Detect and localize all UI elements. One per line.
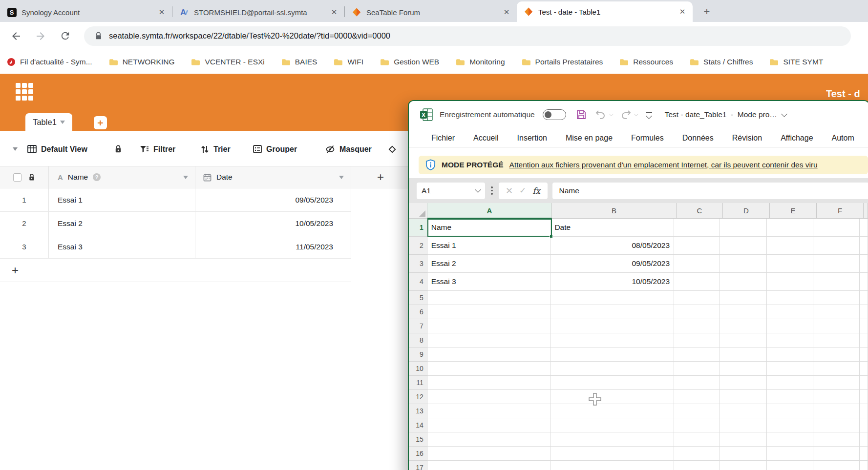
row-color-button[interactable] (388, 138, 397, 160)
cell-C2[interactable] (674, 237, 720, 255)
table-row[interactable]: 1Essai 109/05/2023 (0, 188, 351, 212)
ribbon-tab-accueil[interactable]: Accueil (473, 134, 499, 143)
cell-B16[interactable] (550, 447, 674, 461)
cell-A15[interactable] (427, 432, 551, 447)
row-header-2[interactable]: 2 (409, 237, 427, 255)
bookmark-item[interactable]: WIFI (334, 58, 363, 66)
cell-C7[interactable] (674, 319, 720, 333)
cell-E11[interactable] (767, 376, 813, 390)
bookmark-item[interactable]: Monitoring (456, 58, 505, 66)
cell-D12[interactable] (720, 390, 766, 404)
row-number[interactable]: 3 (0, 235, 49, 258)
column-header-B[interactable]: B (552, 203, 677, 219)
cell-A3[interactable]: Essai 2 (427, 255, 551, 273)
save-icon[interactable] (576, 109, 587, 120)
cell-D10[interactable] (720, 362, 766, 376)
bookmark-item[interactable]: Ressources (619, 58, 673, 66)
column-header-D[interactable]: D (723, 203, 770, 219)
cell-F3[interactable] (813, 255, 860, 273)
cell-B7[interactable] (550, 319, 674, 333)
cell-B3[interactable]: 09/05/2023 (550, 255, 674, 273)
bookmark-item[interactable]: Stats / Chiffres (690, 58, 753, 66)
quick-access-customize-icon[interactable] (646, 112, 652, 118)
cell-B4[interactable]: 10/05/2023 (550, 273, 674, 291)
ribbon-tab-fichier[interactable]: Fichier (431, 134, 455, 143)
column-header-F[interactable]: F (817, 203, 864, 219)
cell-E14[interactable] (767, 418, 813, 432)
cell-B5[interactable] (550, 291, 674, 305)
cell-E10[interactable] (767, 362, 813, 376)
row-header-13[interactable]: 13 (409, 404, 427, 418)
cell-A10[interactable] (427, 362, 551, 376)
row-number[interactable]: 2 (0, 212, 49, 235)
bookmark-item[interactable]: Portails Prestataires (522, 58, 603, 66)
back-icon[interactable] (8, 28, 24, 44)
cell-F16[interactable] (813, 447, 860, 461)
tab-stormshield[interactable]: A STORMSHIELD@portail-ssl.symta ✕ (172, 2, 344, 22)
ribbon-tab-mise-en-page[interactable]: Mise en page (566, 134, 613, 143)
cell-date[interactable]: 09/05/2023 (195, 188, 351, 211)
cell-F1[interactable] (813, 219, 860, 237)
cell-E3[interactable] (767, 255, 813, 273)
ribbon-tab-autom[interactable]: Autom (832, 134, 854, 143)
cell-E17[interactable] (767, 461, 813, 470)
cell-A12[interactable] (427, 390, 551, 404)
cell-E16[interactable] (767, 447, 813, 461)
cell-D6[interactable] (720, 305, 766, 319)
excel-titlebar[interactable]: X Enregistrement automatique Test - date… (409, 101, 868, 128)
view-selector-button[interactable]: Default View (27, 138, 87, 160)
select-all-corner[interactable] (409, 203, 427, 219)
cell-F10[interactable] (813, 362, 860, 376)
cell-E7[interactable] (767, 319, 813, 333)
cell-D3[interactable] (720, 255, 766, 273)
cell-B9[interactable] (550, 347, 674, 362)
cell-C10[interactable] (674, 362, 720, 376)
cell-A13[interactable] (427, 404, 551, 418)
column-header-C[interactable]: C (677, 203, 723, 219)
cell-B10[interactable] (550, 362, 674, 376)
bookmark-item[interactable]: Fil d'actualité - Sym... (7, 58, 92, 66)
row-header-3[interactable]: 3 (409, 255, 427, 273)
ribbon-tab-affichage[interactable]: Affichage (781, 134, 813, 143)
row-header-5[interactable]: 5 (409, 291, 427, 305)
row-header-12[interactable]: 12 (409, 390, 427, 404)
cell-C4[interactable] (674, 273, 720, 291)
cell-C6[interactable] (674, 305, 720, 319)
reload-icon[interactable] (57, 28, 73, 44)
cell-E6[interactable] (767, 305, 813, 319)
cell-E9[interactable] (767, 347, 813, 362)
group-button[interactable]: Grouper (253, 138, 297, 160)
cell-name[interactable]: Essai 3 (49, 235, 195, 258)
cell-E2[interactable] (767, 237, 813, 255)
cell-B14[interactable] (550, 418, 674, 432)
cell-B1[interactable]: Date (550, 219, 674, 237)
cell-date[interactable]: 10/05/2023 (195, 212, 351, 235)
cell-F12[interactable] (813, 390, 860, 404)
row-header-4[interactable]: 4 (409, 273, 427, 291)
cell-F7[interactable] (813, 319, 860, 333)
cell-B6[interactable] (550, 305, 674, 319)
row-header-9[interactable]: 9 (409, 347, 427, 362)
undo-icon[interactable] (594, 109, 614, 120)
redo-icon[interactable] (619, 109, 638, 120)
row-header-15[interactable]: 15 (409, 432, 427, 447)
tab-seatable-forum[interactable]: SeaTable Forum ✕ (345, 2, 517, 22)
chevron-down-icon[interactable] (781, 111, 787, 117)
column-header-E[interactable]: E (770, 203, 817, 219)
ribbon-tab-r-vision[interactable]: Révision (732, 134, 762, 143)
cell-D5[interactable] (720, 291, 766, 305)
bookmark-item[interactable]: SITE SYMT (769, 58, 823, 66)
autosave-toggle[interactable] (543, 109, 566, 120)
cell-B13[interactable] (550, 404, 674, 418)
ribbon-tab-donn-es[interactable]: Données (682, 134, 714, 143)
app-grid-icon[interactable] (16, 83, 35, 102)
cell-B11[interactable] (550, 376, 674, 390)
cell-A7[interactable] (427, 319, 551, 333)
cell-F6[interactable] (813, 305, 860, 319)
row-header-7[interactable]: 7 (409, 319, 427, 333)
cell-D11[interactable] (720, 376, 766, 390)
tab-test-date-active[interactable]: Test - date - Table1 ✕ (517, 1, 693, 22)
cell-F13[interactable] (813, 404, 860, 418)
collapse-views-button[interactable] (13, 138, 18, 160)
close-icon[interactable]: ✕ (501, 7, 512, 18)
